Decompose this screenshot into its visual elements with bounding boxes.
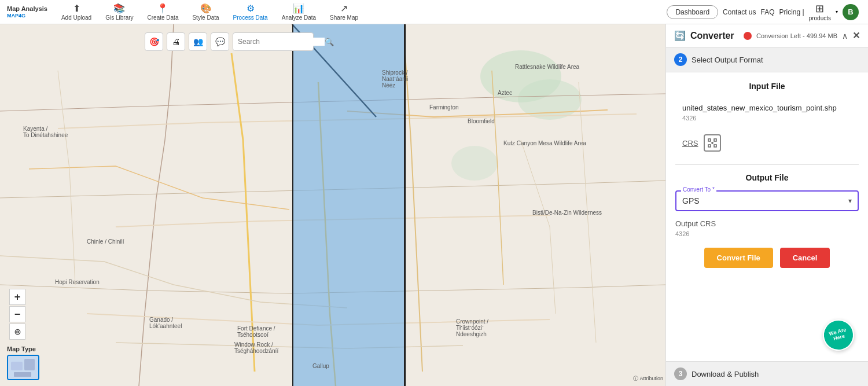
step2-header: 2 Select Output Format [666,47,868,72]
products-menu[interactable]: ⊞ products [809,2,831,21]
convert-to-label: Convert To * [681,186,716,193]
map-type-label: Map Type [7,345,39,352]
zoom-in-button[interactable]: + [9,289,25,305]
input-file-box: united_states_new_mexico_tourism_point.s… [675,99,859,126]
file-name: united_states_new_mexico_tourism_point.s… [682,104,852,112]
collapse-icon[interactable]: ∧ [842,31,848,41]
section-divider [675,164,859,165]
zoom-out-button[interactable]: − [9,306,25,322]
step3-header: 3 Download & Publish [666,361,868,386]
nav-item-analyze-data[interactable]: 📊 Analyze Data [275,1,323,23]
svg-rect-5 [11,362,23,370]
search-icon[interactable]: 🔍 [325,38,334,46]
products-icon: ⊞ [815,2,824,15]
output-file-title: Output File [675,173,859,182]
svg-rect-6 [24,359,35,370]
zoom-reset-button[interactable]: ◎ [9,323,25,340]
svg-rect-10 [708,145,711,147]
map-background: Kayenta /To Dinétahshinee Hopi Reservati… [0,24,665,386]
crs-row: CRS [675,131,859,155]
step2-label: Select Output Format [692,56,763,64]
nav-label-gis-library: Gis Library [105,14,133,21]
add-upload-icon: ⬆ [73,3,80,14]
nav-item-share-map[interactable]: ↗ Share Map [323,1,365,23]
we-are-here-badge[interactable]: We Are Here [823,319,858,354]
create-data-icon: 📍 [157,3,168,14]
converter-header: 🔄 Converter Conversion Left - 499.94 MB … [666,24,868,47]
print-button[interactable]: 🖨 [167,32,185,51]
top-navigation: Map Analysis MAP4G ⬆ Add Upload 📚 Gis Li… [0,0,868,24]
process-data-icon: ⚙ [247,3,255,14]
contact-link[interactable]: Contact us [723,8,756,16]
step3-label: Download & Publish [692,370,759,378]
convert-to-select[interactable]: GPS GeoJSON KML CSV Shapefile GeoTIFF [682,194,852,208]
converter-content: Input File united_states_new_mexico_tour… [666,72,868,361]
brand-logo: Map Analysis MAP4G [0,5,54,18]
brand-sub: MAP4G [7,13,47,19]
crs-scan-button[interactable] [704,134,721,152]
nav-label-process-data: Process Data [233,14,268,21]
map-type-panel: Map Type [7,345,39,380]
svg-rect-11 [714,145,716,147]
convert-file-button[interactable]: Convert File [704,248,773,268]
output-crs-label: Output CRS [675,219,859,228]
svg-rect-9 [714,139,716,141]
nav-item-create-data[interactable]: 📍 Create Data [141,1,186,23]
cancel-button[interactable]: Cancel [780,248,830,268]
we-are-here-text: We Are Here [823,326,854,344]
analyze-data-icon: 📊 [293,3,304,14]
nav-label-share-map: Share Map [330,14,358,21]
red-dot-icon [744,32,752,40]
zoom-controls: + − ◎ [9,289,25,340]
step2-number: 2 [674,53,687,66]
svg-rect-7 [14,372,31,377]
we-are-here-circle: We Are Here [819,316,858,354]
convert-to-wrapper: Convert To * GPS GeoJSON KML CSV Shapefi… [675,190,859,211]
products-caret-icon: ▾ [836,9,838,14]
svg-point-3 [451,146,498,181]
nav-item-process-data[interactable]: ⚙ Process Data [226,1,275,23]
map-toolbar: 🎯 🖨 👥 💬 🔍 [145,32,314,51]
map-container[interactable]: Kayenta /To Dinétahshinee Hopi Reservati… [0,24,665,386]
pricing-link[interactable]: Pricing | [779,8,804,16]
nav-item-gis-library[interactable]: 📚 Gis Library [98,1,140,23]
step3-number: 3 [674,367,687,380]
conversion-left-label: Conversion Left - 499.94 MB [756,32,837,39]
nav-label-style-data: Style Data [192,14,219,21]
nav-label-analyze-data: Analyze Data [282,14,316,21]
svg-rect-8 [708,139,711,141]
nav-item-style-data[interactable]: 🎨 Style Data [185,1,226,23]
nav-item-add-upload[interactable]: ⬆ Add Upload [54,1,98,23]
converter-icon: 🔄 [674,30,686,41]
search-input[interactable] [238,38,325,46]
gis-library-icon: 📚 [113,3,125,14]
comment-button[interactable]: 💬 [211,32,229,51]
locate-button[interactable]: 🎯 [145,32,163,51]
attribution: ⓘ Attribution [633,375,663,383]
converter-title: Converter [690,31,739,41]
output-crs-code: 4326 [675,230,859,237]
input-file-title: Input File [675,82,859,91]
nav-label-add-upload: Add Upload [61,14,91,21]
faq-link[interactable]: FAQ [760,8,774,16]
brand-name: Map Analysis [7,5,47,12]
action-buttons: Convert File Cancel [675,248,859,268]
nav-label-create-data: Create Data [148,14,179,21]
crs-label[interactable]: CRS [682,139,698,148]
nav-right: Dashboard Contact us FAQ Pricing | ⊞ pro… [657,2,868,21]
avatar[interactable]: B [843,4,859,20]
share-map-icon: ↗ [340,3,348,14]
map-type-thumbnail[interactable] [7,355,39,380]
users-button[interactable]: 👥 [189,32,207,51]
nav-items: ⬆ Add Upload 📚 Gis Library 📍 Create Data… [54,1,657,23]
dashboard-button[interactable]: Dashboard [667,5,718,19]
style-data-icon: 🎨 [200,3,212,14]
search-wrap[interactable]: 🔍 [233,32,314,51]
close-icon[interactable]: ✕ [852,30,860,41]
map-selection-overlay [292,24,405,386]
file-code: 4326 [682,115,852,122]
products-label: products [809,15,831,21]
